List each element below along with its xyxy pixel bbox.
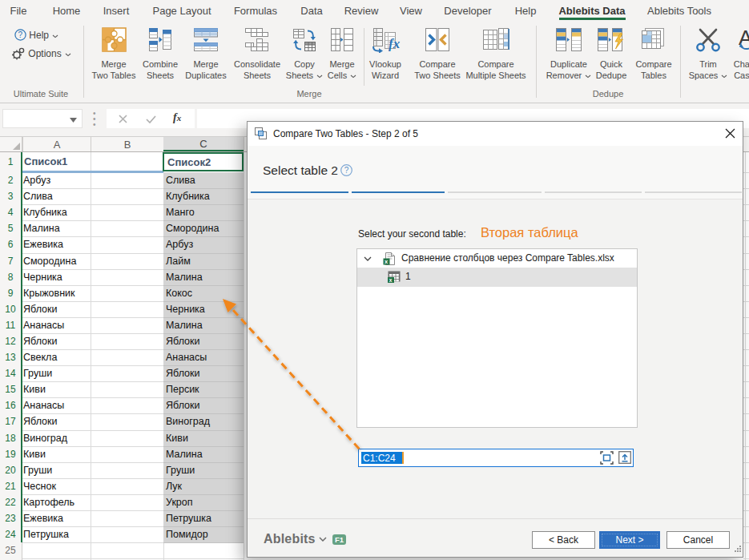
svg-text:?: ? — [18, 30, 23, 39]
svg-text:fx: fx — [389, 36, 401, 51]
svg-text:?: ? — [344, 166, 349, 175]
svg-text:x: x — [389, 277, 393, 283]
